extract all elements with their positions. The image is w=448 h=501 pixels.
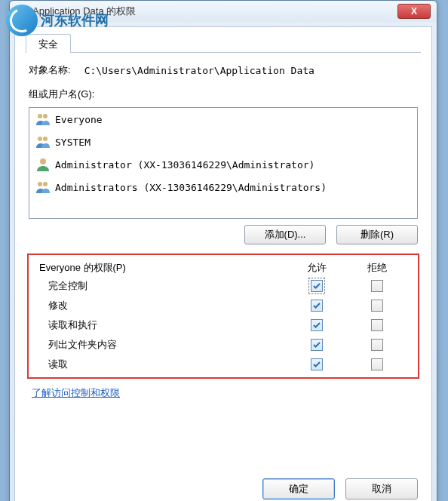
button-label: 确定 [289,482,308,496]
svg-point-6 [43,182,48,186]
permission-label: 完全控制 [48,279,287,293]
column-allow: 允许 [287,261,347,275]
permissions-header: Everyone 的权限(P) 允许 拒绝 [33,260,413,276]
svg-point-1 [43,114,48,118]
button-label: 删除(R) [361,228,394,241]
close-button[interactable]: X [397,4,431,19]
svg-point-4 [40,158,46,164]
learn-more-link[interactable]: 了解访问控制和权限 [32,386,120,400]
allow-checkbox[interactable] [311,280,323,292]
add-remove-row: 添加(D)... 删除(R) [29,225,418,244]
add-button[interactable]: 添加(D)... [244,225,326,244]
list-item[interactable]: SYSTEM [29,131,417,153]
allow-checkbox[interactable] [311,358,323,370]
cancel-button[interactable]: 取消 [345,478,418,499]
watermark-logo-icon [6,5,38,36]
button-label: 添加(D)... [265,228,306,241]
group-users-label: 组或用户名(G): [29,88,418,101]
column-deny: 拒绝 [347,261,407,275]
list-item[interactable]: Everyone [29,108,417,131]
object-name-row: 对象名称: C:\Users\Administrator\Application… [29,63,418,77]
svg-point-0 [38,114,42,118]
list-item-label: Everyone [55,114,103,125]
dialog-body: 安全 对象名称: C:\Users\Administrator\Applicat… [14,26,432,501]
object-label: 对象名称: [29,63,71,77]
permission-label: 读取 [48,358,287,371]
dialog-window: Application Data 的权限 X 安全 对象名称: C:\Users… [9,0,437,501]
group-icon [35,180,51,194]
close-icon: X [411,6,417,17]
deny-checkbox[interactable] [371,319,383,331]
list-item[interactable]: Administrators (XX-13036146229\Administr… [29,176,417,198]
button-label: 取消 [372,482,391,496]
deny-checkbox[interactable] [371,280,383,292]
permission-row: 读取和执行 [33,315,413,335]
object-path: C:\Users\Administrator\Application Data [84,65,315,76]
allow-checkbox[interactable] [311,339,323,351]
deny-checkbox[interactable] [371,300,383,312]
deny-checkbox[interactable] [371,339,383,351]
svg-point-3 [43,137,48,141]
user-icon [35,158,51,171]
allow-checkbox[interactable] [311,300,323,312]
group-icon [35,112,51,126]
list-item[interactable]: Administrator (XX-13036146229\Administra… [29,153,417,176]
svg-point-5 [38,182,42,186]
group-icon [35,135,51,149]
permission-row: 修改 [33,296,413,315]
permissions-panel: Everyone 的权限(P) 允许 拒绝 完全控制修改读取和执行列出文件夹内容… [27,254,419,379]
permission-row: 列出文件夹内容 [33,335,413,355]
permission-row: 读取 [33,355,413,374]
svg-point-2 [38,137,42,141]
watermark: 河东软件网 [6,5,109,36]
permission-label: 列出文件夹内容 [48,338,287,352]
remove-button[interactable]: 删除(R) [336,225,418,244]
deny-checkbox[interactable] [371,358,383,370]
permission-label: 读取和执行 [48,318,287,332]
list-item-label: Administrators (XX-13036146229\Administr… [55,182,327,193]
footer-buttons: 确定 取消 [262,478,418,499]
permission-row: 完全控制 [33,276,413,296]
permission-label: 修改 [48,299,287,312]
users-listbox[interactable]: Everyone SYSTEM Administrator (XX-130361… [29,107,418,219]
list-item-label: Administrator (XX-13036146229\Administra… [55,159,315,171]
tab-label: 安全 [38,38,58,50]
tab-security[interactable]: 安全 [26,34,71,53]
ok-button[interactable]: 确定 [262,478,335,499]
permissions-title: Everyone 的权限(P) [39,261,287,275]
watermark-text: 河东软件网 [41,11,109,29]
list-item-label: SYSTEM [55,137,91,148]
allow-checkbox[interactable] [311,319,323,331]
